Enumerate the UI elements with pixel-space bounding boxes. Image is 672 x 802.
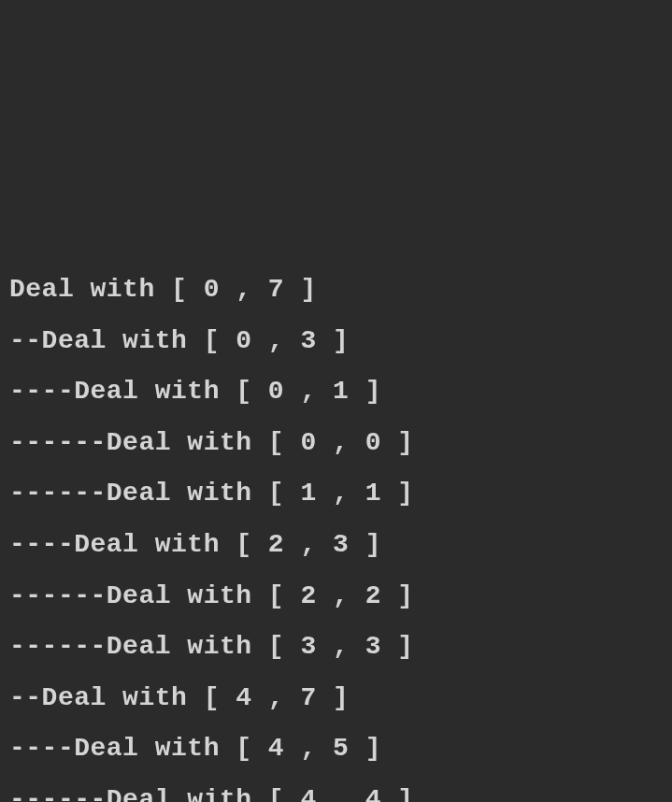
terminal-output: Deal with [ 0 , 7 ]--Deal with [ 0 , 3 ]…: [9, 213, 663, 802]
output-line: ----Deal with [ 2 , 3 ]: [9, 520, 663, 571]
output-line: ------Deal with [ 1 , 1 ]: [9, 468, 663, 520]
output-line: ------Deal with [ 3 , 3 ]: [9, 622, 663, 673]
output-line: ------Deal with [ 0 , 0 ]: [9, 418, 663, 469]
output-line: ----Deal with [ 0 , 1 ]: [9, 366, 663, 418]
output-line: Deal with [ 0 , 7 ]: [9, 265, 663, 316]
output-line: ----Deal with [ 4 , 5 ]: [9, 723, 663, 775]
output-line: ------Deal with [ 4 , 4 ]: [9, 775, 663, 802]
output-line: --Deal with [ 4 , 7 ]: [9, 673, 663, 724]
output-line: ------Deal with [ 2 , 2 ]: [9, 571, 663, 623]
output-line: --Deal with [ 0 , 3 ]: [9, 316, 663, 367]
